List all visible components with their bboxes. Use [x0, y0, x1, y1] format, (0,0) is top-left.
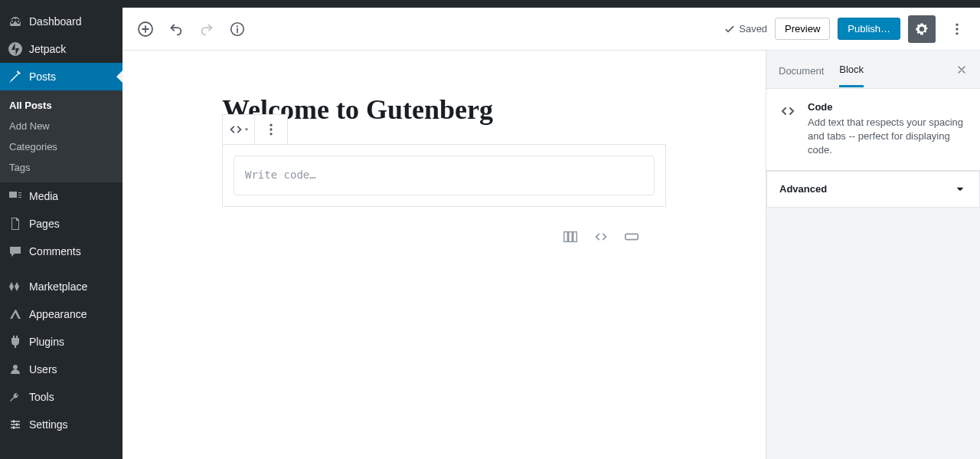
editor-header: Saved Preview Publish…	[122, 8, 980, 51]
button-shortcut[interactable]	[623, 228, 640, 245]
chevron-down-icon	[953, 182, 967, 196]
block-more-button[interactable]	[255, 115, 287, 144]
sidebar-item-pages[interactable]: Pages	[0, 210, 122, 238]
sidebar-item-comments[interactable]: Comments	[0, 238, 122, 265]
sidebar-item-appearance[interactable]: Appearance	[0, 300, 122, 328]
block-toolbar	[222, 114, 288, 145]
code-shortcut[interactable]	[593, 228, 609, 245]
pin-icon	[8, 69, 23, 84]
settings-toggle-button[interactable]	[908, 15, 936, 43]
settings-icon	[8, 417, 23, 432]
editor-main: Saved Preview Publish… Welcome to Gutenb…	[122, 8, 980, 459]
svg-point-6	[956, 32, 958, 34]
panel-close-button[interactable]	[956, 64, 968, 76]
svg-rect-11	[569, 232, 573, 242]
code-block[interactable]	[222, 144, 666, 207]
sidebar-item-label: Settings	[29, 418, 68, 431]
sidebar-item-tools[interactable]: Tools	[0, 383, 122, 411]
code-icon	[779, 102, 797, 120]
sidebar-item-label: Media	[29, 190, 58, 202]
dashboard-icon	[8, 14, 23, 29]
svg-point-7	[270, 124, 272, 126]
tab-block[interactable]: Block	[839, 51, 864, 87]
svg-point-3	[237, 25, 238, 27]
submenu-all-posts[interactable]: All Posts	[0, 95, 122, 116]
editor-canvas[interactable]: Welcome to Gutenberg	[122, 51, 766, 459]
sidebar-item-label: Plugins	[29, 336, 64, 348]
submenu-add-new[interactable]: Add New	[0, 116, 122, 136]
svg-point-5	[956, 28, 958, 30]
advanced-label: Advanced	[779, 183, 827, 195]
sidebar-item-dashboard[interactable]: Dashboard	[0, 8, 122, 35]
code-input[interactable]	[234, 156, 655, 195]
sidebar-item-label: Tools	[29, 391, 54, 403]
admin-sidebar: Dashboard Jetpack Posts All Posts Add Ne…	[0, 8, 122, 459]
svg-rect-12	[573, 232, 577, 242]
sidebar-item-settings[interactable]: Settings	[0, 411, 122, 438]
info-button[interactable]	[224, 15, 251, 43]
posts-submenu: All Posts Add New Categories Tags	[0, 90, 122, 182]
sidebar-item-label: Pages	[29, 218, 60, 230]
sidebar-item-media[interactable]: Media	[0, 182, 122, 210]
marketplace-icon	[8, 279, 23, 294]
users-icon	[8, 362, 23, 377]
sidebar-item-label: Users	[29, 363, 57, 375]
admin-bar	[0, 0, 980, 8]
saved-label: Saved	[739, 23, 767, 34]
settings-panel: Document Block Code Add text that respec…	[766, 51, 980, 459]
block-inserter-shortcuts	[222, 207, 666, 245]
block-name-label: Code	[808, 101, 968, 113]
block-type-button[interactable]	[223, 115, 255, 144]
jetpack-icon	[8, 41, 23, 57]
add-block-button[interactable]	[132, 15, 159, 43]
sidebar-item-label: Appearance	[29, 308, 87, 320]
block-description: Add text that respects your spacing and …	[808, 116, 968, 158]
preview-button[interactable]: Preview	[775, 18, 830, 40]
undo-button[interactable]	[162, 15, 190, 43]
submenu-tags[interactable]: Tags	[0, 157, 122, 178]
code-icon	[227, 121, 244, 138]
sidebar-item-posts[interactable]: Posts	[0, 63, 122, 90]
pages-icon	[8, 216, 23, 231]
svg-point-4	[956, 23, 958, 25]
submenu-categories[interactable]: Categories	[0, 136, 122, 157]
svg-point-8	[270, 128, 272, 130]
sidebar-item-marketplace[interactable]: Marketplace	[0, 273, 122, 300]
columns-shortcut[interactable]	[562, 228, 579, 245]
publish-button[interactable]: Publish…	[838, 18, 900, 40]
more-vertical-icon	[263, 122, 279, 137]
advanced-toggle[interactable]: Advanced	[766, 171, 980, 208]
panel-tabs: Document Block	[766, 51, 980, 89]
svg-rect-10	[564, 232, 568, 242]
comments-icon	[8, 244, 23, 259]
svg-rect-13	[626, 234, 639, 239]
tools-icon	[8, 389, 23, 405]
redo-button[interactable]	[193, 15, 220, 43]
close-icon	[956, 64, 968, 76]
appearance-icon	[8, 307, 23, 322]
plugins-icon	[8, 334, 23, 349]
sidebar-item-label: Posts	[29, 70, 56, 83]
sidebar-item-label: Dashboard	[29, 15, 82, 28]
sidebar-item-plugins[interactable]: Plugins	[0, 328, 122, 356]
chevron-down-icon	[243, 126, 250, 133]
sidebar-item-label: Comments	[29, 245, 81, 257]
sidebar-item-label: Jetpack	[29, 43, 66, 55]
svg-point-0	[8, 42, 22, 56]
media-icon	[8, 189, 23, 204]
post-title[interactable]: Welcome to Gutenberg	[222, 93, 666, 126]
sidebar-item-users[interactable]: Users	[0, 356, 122, 383]
block-info-section: Code Add text that respects your spacing…	[766, 89, 980, 171]
tab-document[interactable]: Document	[779, 53, 824, 87]
sidebar-item-label: Marketplace	[29, 280, 87, 293]
svg-point-9	[270, 133, 272, 135]
header-more-button[interactable]	[943, 15, 971, 43]
check-icon	[724, 23, 736, 35]
sidebar-item-jetpack[interactable]: Jetpack	[0, 35, 122, 63]
saved-indicator: Saved	[724, 23, 767, 35]
